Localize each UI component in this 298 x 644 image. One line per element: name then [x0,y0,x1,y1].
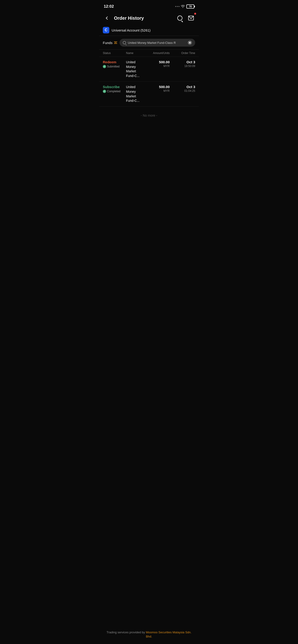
order-date: Oct 3 [186,85,195,89]
search-bar[interactable]: United Money Market Fund-Class R [120,39,195,46]
order-status-text: Completed [107,90,120,93]
order-type: Subscribe [103,85,126,89]
account-row[interactable]: C Universal Account (5261) [99,24,199,36]
signal-icon [175,6,179,7]
status-check-icon [103,65,106,68]
col-ordertime: Order Time [170,52,195,55]
order-time: 01:04:25 [184,89,195,92]
order-status-text: Submitted [107,65,120,68]
order-name-col: United Money Market Fund-C... [126,85,144,103]
funds-label: Funds [103,41,113,45]
battery-icon: 78 [186,4,194,8]
order-time-col: Oct 3 01:04:25 [170,85,195,92]
order-status: Submitted [103,65,126,68]
no-more-label: - No more - [99,107,199,124]
header-icons [176,14,195,22]
col-amount: Amount/Units [144,52,170,55]
status-time: 12:02 [104,4,114,9]
wifi-icon [181,5,185,8]
header: Order History [99,12,199,24]
status-check-icon [103,90,106,93]
order-status: Completed [103,90,126,93]
back-button[interactable] [103,14,111,22]
order-currency: MYR [163,64,170,68]
order-amount: 500.00 [159,60,170,64]
order-date: Oct 3 [186,60,195,64]
search-small-icon [123,41,126,44]
col-status: Status [103,52,126,55]
mail-button[interactable] [187,14,195,22]
order-amount-col: 500.00 MYR [144,85,170,92]
status-icons: 78 [175,4,194,8]
order-type: Redeem [103,60,126,64]
account-logo: C [103,27,109,34]
page-title: Order History [114,16,173,21]
table-header: Status Name Amount/Units Order Time [99,50,199,57]
search-value: United Money Market Fund-Class R [128,41,186,44]
mail-notification-dot [194,13,196,14]
mail-icon [188,16,194,20]
table-row[interactable]: Redeem Submitted United Money Market Fun… [99,57,199,82]
filter-row: Funds United Money Market Fund-Class R [99,36,199,50]
order-time: 18:50:09 [184,64,195,68]
col-name: Name [126,52,144,55]
filter-icon [114,42,117,44]
order-time-col: Oct 3 18:50:09 [170,60,195,68]
back-chevron-icon [106,16,109,20]
order-fund-name: United Money Market Fund-C... [126,60,144,78]
order-name-col: United Money Market Fund-C... [126,60,144,78]
order-status-col: Redeem Submitted [103,60,126,68]
funds-filter-button[interactable]: Funds [103,41,117,45]
status-bar: 12:02 78 [99,0,199,12]
orders-list: Redeem Submitted United Money Market Fun… [99,57,199,107]
search-icon [177,16,182,21]
table-row[interactable]: Subscribe Completed United Money Market … [99,82,199,106]
order-amount: 500.00 [159,85,170,89]
account-name: Universal Account (5261) [112,28,151,32]
order-amount-col: 500.00 MYR [144,60,170,68]
order-currency: MYR [163,89,170,92]
clear-search-button[interactable] [188,40,192,45]
order-fund-name: United Money Market Fund-C... [126,85,144,103]
order-status-col: Subscribe Completed [103,85,126,93]
search-button[interactable] [176,14,184,22]
